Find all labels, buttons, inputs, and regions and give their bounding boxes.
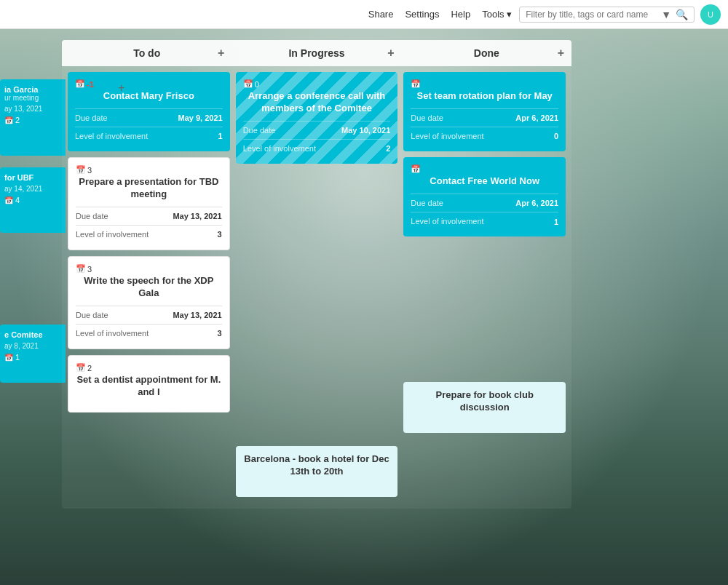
- navbar-links: Share Settings Help Tools ▾: [368, 9, 512, 20]
- column-header-done: Done +: [402, 40, 571, 66]
- card-due-date: Due date Apr 6, 2021: [411, 114, 558, 122]
- avatar[interactable]: U: [700, 4, 721, 25]
- calendar-icon: 📅: [411, 79, 421, 89]
- card-due-date: Due date May 10, 2021: [243, 126, 391, 135]
- list-item[interactable]: for UBF ay 14, 2021 📅 4: [0, 167, 66, 233]
- card-tag-row: 📅 2: [76, 363, 222, 373]
- in-progress-column: 📅 0 Arrange a conference call with membe…: [236, 72, 398, 503]
- card-title: Write the speech for the XDP Gala: [76, 275, 222, 300]
- card-tag-row: 📅 3: [76, 165, 222, 175]
- column-spacer: [403, 242, 566, 382]
- left-add-btn[interactable]: +: [118, 81, 124, 94]
- todo-add-btn[interactable]: +: [218, 47, 224, 60]
- divider: [411, 108, 558, 109]
- help-link[interactable]: Help: [451, 9, 470, 20]
- divider: [75, 108, 223, 109]
- column-header-in-progress: In Progress +: [232, 40, 401, 66]
- card-level: Level of involvement 0: [411, 132, 558, 141]
- divider: [243, 121, 391, 122]
- filter-icon[interactable]: ▼: [661, 9, 671, 20]
- card-title: Prepare for book club discussion: [411, 389, 558, 414]
- card-dentist[interactable]: 📅 2 Set a dentist appointment for M. and…: [68, 355, 230, 413]
- divider: [411, 194, 558, 194]
- calendar-icon: 📅: [76, 264, 86, 274]
- card-tag-row: 📅 3: [76, 264, 222, 274]
- card-tag-row: 📅: [411, 164, 558, 174]
- share-link[interactable]: Share: [368, 9, 394, 20]
- tools-link[interactable]: Tools ▾: [482, 9, 512, 20]
- card-barcelona[interactable]: Barcelona - book a hotel for Dec 13th to…: [236, 446, 398, 497]
- column-spacer: [236, 170, 398, 446]
- done-column: 📅 Set team rotation plan for May Due dat…: [403, 72, 566, 439]
- calendar-icon: 📅: [76, 363, 86, 373]
- done-add-btn[interactable]: +: [558, 47, 564, 60]
- card-title: Barcelona - book a hotel for Dec 13th to…: [243, 453, 391, 478]
- card-count: 3: [87, 166, 92, 175]
- divider: [243, 139, 391, 140]
- search-bar: ▼ 🔍: [519, 7, 695, 23]
- card-contact-mary[interactable]: 📅 -1 Contact Mary Frisco Due date May 9,…: [68, 72, 230, 151]
- list-item[interactable]: ia Garcia ur meeting ay 13, 2021 📅 2: [0, 79, 66, 156]
- card-count: 0: [255, 80, 259, 89]
- card-due-date: Due date May 9, 2021: [75, 114, 223, 122]
- divider: [76, 207, 222, 207]
- card-tag-row: 📅: [411, 79, 558, 89]
- column-headers: + To do + In Progress + Done +: [62, 40, 571, 66]
- card-due-date: Due date Apr 6, 2021: [411, 199, 558, 207]
- search-input[interactable]: [526, 9, 657, 20]
- calendar-icon: 📅: [75, 79, 85, 89]
- calendar-icon: 📅: [411, 164, 421, 174]
- card-level: Level of involvement 3: [76, 230, 222, 239]
- card-count: -1: [87, 80, 94, 89]
- board: + To do + In Progress + Done + 📅 -1 Cont…: [62, 40, 571, 509]
- calendar-icon: 📅: [76, 165, 86, 175]
- partial-card-title: ia Garcia: [4, 85, 61, 94]
- divider: [411, 127, 558, 127]
- card-title: Contact Mary Frisco: [75, 90, 223, 103]
- card-book-club[interactable]: Prepare for book club discussion: [403, 382, 566, 433]
- card-level: Level of involvement 2: [243, 144, 391, 154]
- card-conference[interactable]: 📅 0 Arrange a conference call with membe…: [236, 72, 398, 164]
- columns-body: 📅 -1 Contact Mary Frisco Due date May 9,…: [62, 66, 571, 509]
- in-progress-add-btn[interactable]: +: [387, 47, 394, 60]
- calendar-icon: 📅: [243, 79, 253, 89]
- divider: [76, 306, 222, 306]
- card-presentation[interactable]: 📅 3 Prepare a presentation for TBD meeti…: [68, 157, 230, 250]
- list-item[interactable]: e Comitee ay 8, 2021 📅 1: [0, 325, 66, 383]
- card-tag-row: 📅 0: [243, 79, 391, 89]
- card-title: Set team rotation plan for May: [411, 90, 558, 103]
- settings-link[interactable]: Settings: [405, 9, 439, 20]
- card-title: Contact Free World Now: [411, 175, 558, 188]
- card-count: 2: [87, 364, 92, 373]
- column-header-todo: To do +: [62, 40, 232, 66]
- navbar: Share Settings Help Tools ▾ ▼ 🔍 U: [0, 0, 728, 29]
- divider: [76, 324, 222, 325]
- card-speech[interactable]: 📅 3 Write the speech for the XDP Gala Du…: [68, 256, 230, 349]
- divider: [76, 225, 222, 226]
- card-title: Arrange a conference call with members o…: [243, 90, 391, 115]
- card-due-date: Due date May 13, 2021: [76, 311, 222, 319]
- card-level: Level of involvement 1: [411, 217, 558, 226]
- card-title: Set a dentist appointment for M. and I: [76, 374, 222, 399]
- left-partial-column: ia Garcia ur meeting ay 13, 2021 📅 2 for…: [0, 40, 66, 585]
- card-level: Level of involvement 3: [76, 329, 222, 338]
- card-tag-row: 📅 -1: [75, 79, 223, 89]
- card-due-date: Due date May 13, 2021: [76, 212, 222, 220]
- card-level: Level of involvement 1: [75, 132, 223, 141]
- card-title: Prepare a presentation for TBD meeting: [76, 176, 222, 201]
- divider: [411, 212, 558, 212]
- card-free-world[interactable]: 📅 Contact Free World Now Due date Apr 6,…: [403, 157, 566, 236]
- divider: [75, 127, 223, 127]
- todo-column: 📅 -1 Contact Mary Frisco Due date May 9,…: [68, 72, 230, 418]
- card-count: 3: [87, 265, 92, 274]
- search-icon[interactable]: 🔍: [676, 9, 688, 20]
- card-rotation[interactable]: 📅 Set team rotation plan for May Due dat…: [403, 72, 566, 151]
